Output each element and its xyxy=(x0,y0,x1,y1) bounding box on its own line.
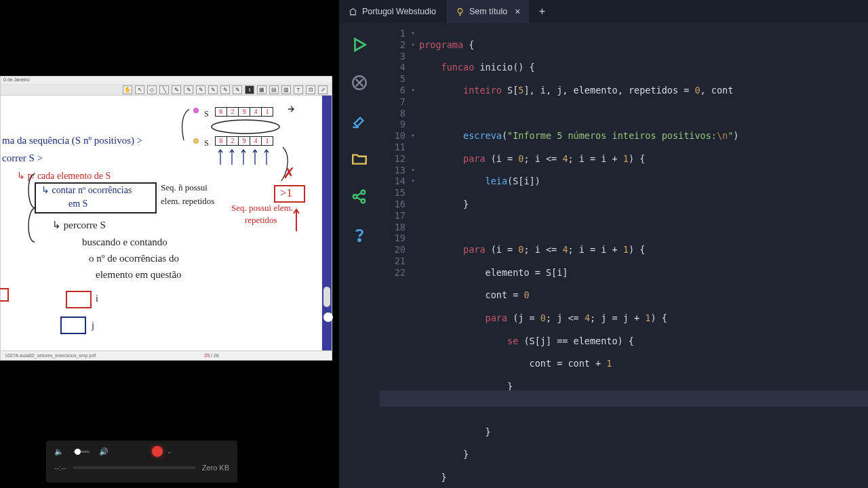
label-var-j: j xyxy=(92,321,94,331)
text-em-s: em S xyxy=(68,199,87,209)
console-panel[interactable] xyxy=(380,390,868,407)
text-seq-n-possui: Seq. ñ possui xyxy=(161,182,208,193)
tab-label: Portugol Webstudio xyxy=(362,7,436,16)
text-n-ocor: o nº de ocorrências do xyxy=(89,253,179,264)
text-seq-possui: Seq. possui elem. xyxy=(231,203,293,214)
red-x-icon: ✗ xyxy=(283,165,295,182)
volume-slider-1[interactable] xyxy=(73,451,90,453)
run-button[interactable] xyxy=(349,34,370,56)
notebook-toolbar: ✋ ↖ ◇ ╲ ✎ ✎ ✎ ✎ ✎ ✎ t ▦ ▤ ▥ T ⊡ ⤢ xyxy=(1,85,332,96)
scroll-handle-icon[interactable] xyxy=(323,312,333,322)
svg-point-6 xyxy=(359,239,361,241)
lightbulb-icon xyxy=(456,7,465,16)
text-sequencia: ma da sequência (S nº positivos) > xyxy=(2,135,142,146)
tab-portugol-home[interactable]: Portugol Webstudio xyxy=(339,0,446,23)
tab-label: Sem título xyxy=(469,7,507,16)
volume-icon-2[interactable]: 🔊 xyxy=(99,447,108,456)
text-elemento-q: elemento em questão xyxy=(96,269,182,281)
crop-tool-icon[interactable]: ⊡ xyxy=(306,85,315,94)
text-buscando: buscando e contando xyxy=(82,237,167,248)
text-repetidos: repetidos xyxy=(245,215,277,226)
tab-bar: Portugol Webstudio Sem título × + xyxy=(339,0,868,23)
pen2-tool-icon[interactable]: ✎ xyxy=(184,85,193,94)
stop-button[interactable] xyxy=(349,72,370,94)
pen5-tool-icon[interactable]: ✎ xyxy=(220,85,230,94)
pointer-tool-icon[interactable]: ↖ xyxy=(135,85,144,94)
code-editor[interactable]: 12345678910111213141516171819202122 ▾▾▾▾… xyxy=(380,23,868,488)
pen4-tool-icon[interactable]: ✎ xyxy=(208,85,218,94)
close-icon[interactable]: × xyxy=(515,6,520,17)
fold-column: ▾▾▾▾▾▾ xyxy=(408,28,418,279)
record-dropdown-icon[interactable]: ⌄ xyxy=(167,448,172,455)
arrow-up-red-icon xyxy=(290,205,303,232)
share-button[interactable] xyxy=(349,186,370,207)
help-button[interactable] xyxy=(349,224,370,245)
code-content: programa { funcao inicio() { inteiro S[5… xyxy=(419,28,868,488)
red-small-box xyxy=(0,288,9,302)
recorder-panel: 🔈 🔊 ⌄ --:-- Zero KB xyxy=(46,441,237,483)
text-tool-icon[interactable]: t xyxy=(245,85,254,94)
text2-tool-icon[interactable]: T xyxy=(294,85,303,94)
clean-button[interactable] xyxy=(349,110,370,131)
shape-tool-icon[interactable]: ◇ xyxy=(147,85,157,94)
scroll-thumb[interactable] xyxy=(323,287,330,307)
grid2-tool-icon[interactable]: ▤ xyxy=(269,85,279,94)
ide-panel: Portugol Webstudio Sem título × + xyxy=(339,0,868,488)
grid3-tool-icon[interactable]: ▥ xyxy=(281,85,291,94)
text-elem-repetidos: elem. repetidos xyxy=(161,196,214,207)
notebook-paper: S 62941 S 62941 xyxy=(1,96,321,350)
pen1-tool-icon[interactable]: ✎ xyxy=(172,85,181,94)
new-tab-button[interactable]: + xyxy=(530,0,553,23)
brace-icon xyxy=(22,171,39,246)
box-j xyxy=(60,317,86,334)
hand-tool-icon[interactable]: ✋ xyxy=(123,85,132,94)
label-var-i: i xyxy=(96,293,98,304)
text-percorre: ↳ percorre S xyxy=(52,219,106,231)
expand-tool-icon[interactable]: ⤢ xyxy=(318,85,328,94)
pen3-tool-icon[interactable]: ✎ xyxy=(196,85,205,94)
box-i xyxy=(66,291,92,308)
text-correr: correr S > xyxy=(2,152,43,164)
tab-untitled[interactable]: Sem título × xyxy=(446,0,530,23)
line-tool-icon[interactable]: ╲ xyxy=(159,85,169,94)
pen6-tool-icon[interactable]: ✎ xyxy=(233,85,242,94)
gt1-text: >1 xyxy=(280,186,292,200)
file-name-label: 1027A-aula02_vetores_exercicios_smp.pdf xyxy=(5,353,96,358)
volume-icon[interactable]: 🔈 xyxy=(54,447,64,456)
ide-sidebar xyxy=(339,23,380,488)
notebook-titlebar: 0 de Janeiro xyxy=(1,77,332,85)
left-pane: 0 de Janeiro ✋ ↖ ◇ ╲ ✎ ✎ ✎ ✎ ✎ ✎ t ▦ ▤ ▥… xyxy=(0,0,336,488)
grid1-tool-icon[interactable]: ▦ xyxy=(257,85,267,94)
line-gutter: 12345678910111213141516171819202122 xyxy=(380,28,408,279)
notebook-window: 0 de Janeiro ✋ ↖ ◇ ╲ ✎ ✎ ✎ ✎ ✎ ✎ t ▦ ▤ ▥… xyxy=(0,76,332,361)
home-icon xyxy=(349,7,357,16)
svg-point-1 xyxy=(458,8,462,13)
open-button[interactable] xyxy=(349,148,370,169)
record-button[interactable] xyxy=(152,446,163,457)
notebook-footer: 1027A-aula02_vetores_exercicios_smp.pdf … xyxy=(1,350,332,360)
recorder-time: --:-- xyxy=(54,464,66,472)
text-contar: ↳ contar nº ocorrências xyxy=(41,184,132,196)
recorder-size: Zero KB xyxy=(202,464,229,472)
page-indicator: 25 / 28 xyxy=(204,353,218,358)
recorder-progress[interactable] xyxy=(73,466,195,469)
